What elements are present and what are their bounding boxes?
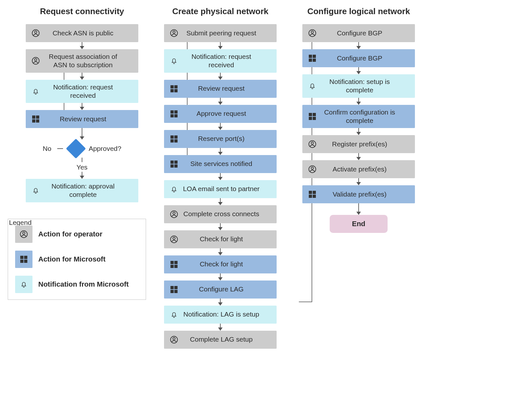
step-approve-request: Approve request	[164, 105, 277, 123]
svg-point-17	[311, 167, 313, 169]
step-label: Activate prefix(es)	[320, 165, 410, 173]
step-label: Configure BGP	[320, 29, 410, 37]
svg-point-3	[34, 59, 37, 61]
step-label: Check for light	[181, 260, 272, 268]
bell-icon	[169, 309, 179, 320]
step-label: Check ASN is public	[43, 29, 134, 37]
step-validate-prefixes: Validate prefix(es)	[302, 185, 415, 203]
user-icon	[169, 334, 179, 345]
column-title: Request connectivity	[40, 6, 124, 16]
legend-label: Action for Microsoft	[38, 255, 105, 263]
step-complete-lag-setup: Complete LAG setup	[164, 331, 277, 349]
bell-icon	[169, 184, 179, 195]
user-icon	[30, 28, 41, 39]
column-title: Configure logical network	[307, 6, 410, 16]
step-review-request: Review request	[26, 110, 138, 128]
step-label: Reserve port(s)	[181, 134, 272, 143]
arrow-down-icon	[358, 153, 359, 160]
user-icon	[169, 234, 179, 245]
step-label: Submit peering request	[181, 29, 272, 37]
legend-label: Action for operator	[38, 230, 102, 238]
microsoft-icon	[307, 111, 318, 122]
arrow-down-icon	[82, 128, 82, 140]
arrow-down-icon	[82, 42, 82, 49]
microsoft-icon	[169, 284, 179, 295]
step-label: Validate prefix(es)	[320, 190, 410, 198]
step-label: Approve request	[181, 109, 272, 118]
decision-approved: No Approved?	[43, 142, 121, 156]
microsoft-icon	[15, 251, 32, 268]
step-complete-cross-connects: Complete cross connects	[164, 205, 277, 223]
step-label: Confirm configuration is complete	[320, 108, 410, 125]
arrow-down-icon	[220, 248, 221, 255]
microsoft-icon	[30, 114, 41, 124]
bell-icon	[307, 80, 318, 91]
microsoft-icon	[169, 259, 179, 270]
step-notify-received: Notification: request received	[26, 80, 138, 103]
end-node: End	[330, 215, 388, 233]
microsoft-icon	[307, 53, 318, 64]
arrow-down-icon	[220, 42, 221, 49]
step-label: Notification: LAG is setup	[181, 310, 272, 318]
step-label: Configure LAG	[181, 285, 272, 293]
line-icon	[57, 148, 63, 149]
legend-row-microsoft: Action for Microsoft	[15, 251, 139, 268]
legend: Action for operator Action for Microsoft…	[8, 219, 146, 300]
legend-row-notify: Notification from Microsoft	[15, 276, 139, 293]
bell-icon	[169, 55, 179, 66]
step-label: Notification: request received	[43, 83, 134, 100]
step-label: Request association of ASN to subscripti…	[43, 52, 134, 69]
step-check-asn: Check ASN is public	[26, 24, 138, 42]
svg-point-13	[311, 31, 313, 33]
decision-yes-label: Yes	[77, 163, 87, 171]
microsoft-icon	[169, 83, 179, 94]
arrow-down-icon	[82, 73, 82, 80]
end-label: End	[352, 220, 365, 228]
bell-icon	[15, 276, 32, 293]
arrow-down-icon	[358, 178, 359, 185]
step-register-prefixes: Register prefix(es)	[302, 135, 415, 153]
step-label: Configure BGP	[320, 54, 410, 62]
svg-point-19	[23, 232, 25, 234]
arrow-down-icon	[220, 324, 221, 331]
arrow-down-icon	[358, 98, 359, 105]
step-submit-peering: Submit peering request	[164, 24, 277, 42]
bell-icon	[30, 86, 41, 97]
arrow-down-icon	[220, 98, 221, 105]
user-icon	[307, 164, 318, 175]
line-icon	[82, 158, 82, 162]
diamond-icon	[66, 139, 86, 159]
arrow-down-icon	[358, 203, 359, 215]
step-notify-approval: Notification: approval complete	[26, 179, 138, 202]
step-check-light-operator: Check for light	[164, 230, 277, 248]
column-create-physical-network: Create physical network Submit peering r…	[164, 6, 277, 349]
step-label: Review request	[181, 84, 272, 93]
step-request-association: Request association of ASN to subscripti…	[26, 49, 138, 73]
microsoft-icon	[169, 134, 179, 144]
decision-no-label: No	[43, 145, 51, 152]
microsoft-icon	[307, 189, 318, 200]
step-reserve-ports: Reserve port(s)	[164, 130, 277, 148]
arrow-down-icon	[220, 299, 221, 306]
step-notify-setup-complete: Notification: setup is complete	[302, 74, 415, 98]
arrow-down-icon	[220, 73, 221, 80]
arrow-down-icon	[220, 198, 221, 205]
user-icon	[30, 55, 41, 66]
column-configure-logical-network: Configure logical network Configure BGP …	[302, 6, 415, 233]
step-configure-lag: Configure LAG	[164, 281, 277, 299]
arrow-down-icon	[220, 273, 221, 281]
step-site-services-notified: Site services notified	[164, 155, 277, 173]
step-label: LOA email sent to partner	[181, 185, 272, 193]
step-label: Notification: approval complete	[43, 182, 134, 199]
user-icon	[307, 28, 318, 39]
user-icon	[169, 209, 179, 220]
step-activate-prefixes: Activate prefix(es)	[302, 160, 415, 178]
decision-question: Approved?	[89, 145, 122, 152]
arrow-down-icon	[220, 223, 221, 230]
user-icon	[15, 226, 32, 243]
step-label: Register prefix(es)	[320, 140, 410, 148]
arrow-down-icon	[358, 128, 359, 135]
arrow-down-icon	[82, 172, 82, 179]
svg-point-15	[311, 142, 313, 144]
step-label: Notification: request received	[181, 52, 272, 69]
